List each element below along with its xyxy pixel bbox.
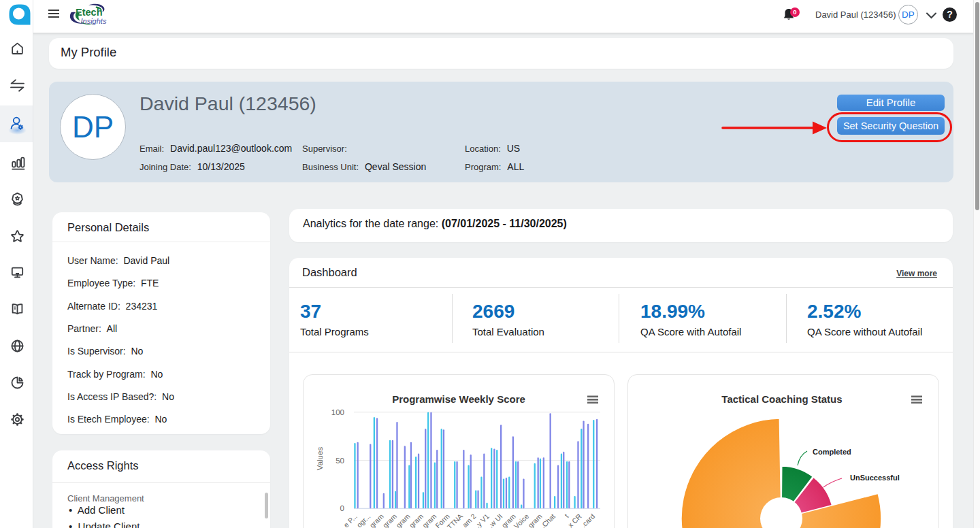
svg-text:Values: Values	[316, 447, 324, 471]
svg-text:100: 100	[331, 408, 344, 416]
svg-text:t: t	[563, 512, 570, 519]
svg-text:Completed: Completed	[813, 448, 851, 456]
svg-text:Tactical Coaching Status: Tactical Coaching Status	[721, 393, 842, 405]
svg-text:UnSuccessful: UnSuccessful	[850, 474, 900, 482]
svg-text:Insights: Insights	[81, 17, 107, 25]
svg-text:Programwise Weekly Score: Programwise Weekly Score	[392, 393, 525, 405]
svg-text:50: 50	[336, 457, 344, 465]
svg-text:0: 0	[340, 504, 344, 512]
